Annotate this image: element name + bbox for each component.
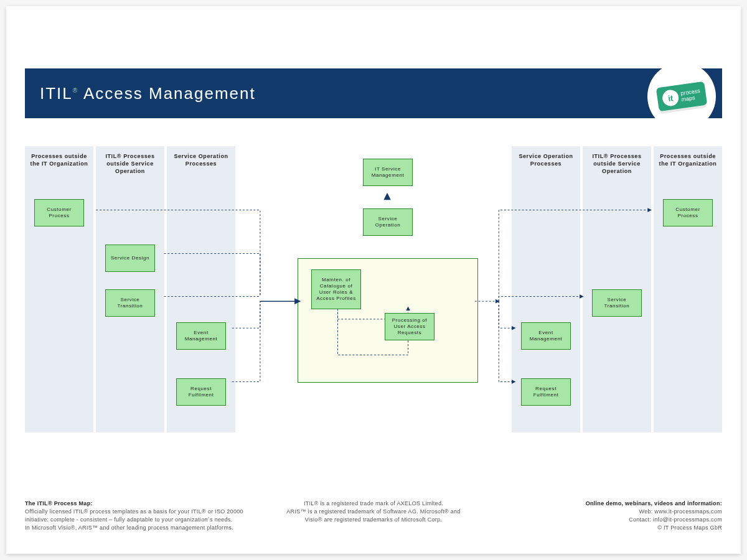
title-text: Access Management [83,84,256,103]
box-processing-user-access-requests: Processing of User Access Requests [385,313,435,340]
footer-left-line3: In Microsoft Visio®, ARIS™ and other lea… [25,525,233,531]
footer-center-line1: ITIL® is a registered trade mark of AXEL… [304,500,443,506]
footer-center: ITIL® is a registered trade mark of AXEL… [257,500,489,532]
footer-left-line1: Officially licensed ITIL® process templa… [25,508,243,515]
box-service-transition-right: Service Transition [592,289,642,317]
title-brand: ITIL [40,84,73,103]
footer-left-title: The ITIL® Process Map: [25,500,93,506]
column-left-1: Processes outside the IT Organization [25,146,93,432]
box-maintenance-catalogue: Mainten. of Catalogue of User Roles & Ac… [311,269,361,309]
box-it-service-management: IT Service Management [363,159,413,186]
logo-it-icon: it [662,89,680,107]
footer-center-line2: ARIS™ is a registered trademark of Softw… [286,508,460,515]
footer-right: Online demo, webinars, videos and inform… [490,500,722,532]
footer-right-title: Online demo, webinars, videos and inform… [586,500,722,506]
page: ITIL® Access Management it process maps … [6,6,741,554]
box-event-management-right: Event Management [521,322,571,350]
page-title: ITIL® Access Management [40,84,256,103]
footer-center-line3: Visio® are registered trademarks of Micr… [305,516,442,523]
title-superscript: ® [73,87,78,94]
box-event-management-left: Event Management [176,322,226,350]
column-header: Service Operation Processes [512,146,580,176]
column-header: Processes outside the IT Organization [654,146,722,176]
column-right-1: Processes outside the IT Organization [654,146,722,432]
logo-circle: it process maps [647,62,716,131]
box-request-fulfilment-right: Request Fulfilment [521,378,571,406]
box-customer-process-left: Customer Process [34,199,84,226]
box-customer-process-right: Customer Process [663,199,713,226]
box-request-fulfilment-left: Request Fulfilment [176,378,226,406]
title-banner: ITIL® Access Management [25,68,722,118]
footer-right-line2: Contact: info@it-processmaps.com [629,516,722,523]
logo-text: process maps [680,88,702,103]
footer: The ITIL® Process Map: Officially licens… [25,500,722,532]
logo-badge: it process maps [656,82,707,111]
box-service-operation: Service Operation [363,208,413,236]
box-service-transition-left: Service Transition [105,289,155,317]
box-service-design: Service Design [105,245,155,272]
column-header: Service Operation Processes [167,146,235,176]
footer-left: The ITIL® Process Map: Officially licens… [25,500,257,532]
svg-marker-0 [383,193,391,200]
column-header: ITIL® Processes outside Service Operatio… [583,146,651,184]
footer-right-line1: Web: www.it-processmaps.com [639,508,722,515]
diagram-canvas: Processes outside the IT Organization IT… [25,146,722,432]
column-header: Processes outside the IT Organization [25,146,93,176]
column-header: ITIL® Processes outside Service Operatio… [96,146,164,184]
footer-left-line2: initiative: complete - consistent – full… [25,516,232,523]
footer-right-line3: © IT Process Maps GbR [657,525,722,531]
